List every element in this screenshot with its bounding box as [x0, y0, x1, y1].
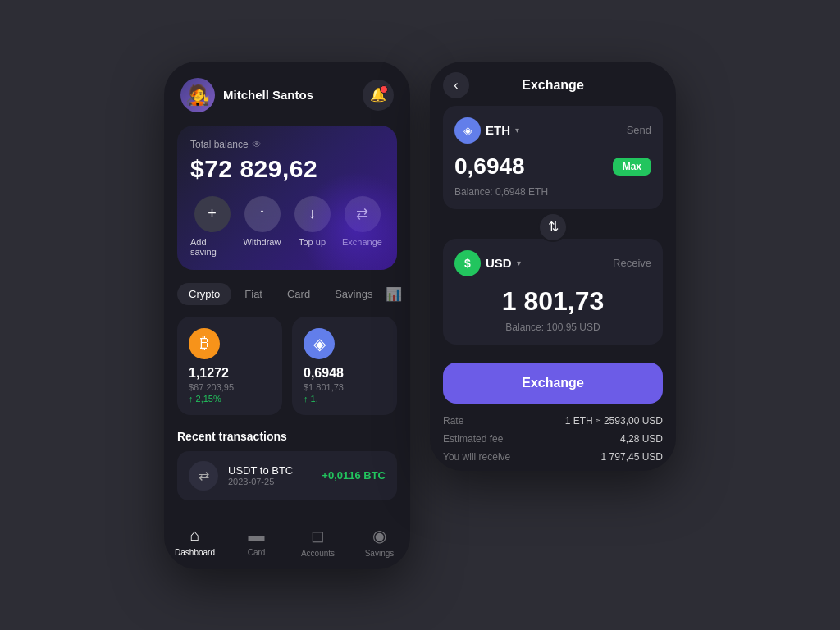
accounts-label: Accounts [301, 549, 335, 558]
accounts-icon: ◻ [311, 526, 325, 546]
receive-value: 1 797,45 USD [601, 451, 663, 463]
transaction-item[interactable]: ⇄ USDT to BTC 2023-07-25 +0,0116 BTC [177, 451, 397, 500]
savings-icon: ◉ [372, 526, 386, 546]
nav-card[interactable]: ▬ Card [226, 526, 287, 558]
exchange-submit-button[interactable]: Exchange [443, 363, 663, 404]
exchange-action-label: Exchange [342, 237, 382, 247]
top-up-icon: ↓ [294, 196, 331, 232]
tab-crypto[interactable]: Crypto [177, 283, 231, 305]
tab-fiat[interactable]: Fiat [233, 283, 274, 305]
card-icon: ▬ [249, 526, 265, 545]
eth-usd: $1 801,73 [304, 382, 386, 392]
chart-icon: 📊 [386, 286, 402, 302]
exchange-icon: ⇄ [345, 196, 381, 232]
eth-change: ↑ 1, [304, 394, 386, 404]
btc-change: ↑ 2,15% [189, 394, 271, 404]
eth-card[interactable]: ◈ 0,6948 $1 801,73 ↑ 1, [292, 317, 397, 415]
rate-key: Rate [443, 415, 463, 427]
avatar-emoji: 🧑‍🎤 [185, 84, 210, 107]
add-saving-button[interactable]: + Add saving [190, 196, 234, 257]
right-phone: ‹ Exchange ◈ ETH ▾ Send 0,6948 [430, 62, 676, 471]
tx-amount: +0,0116 BTC [322, 469, 386, 482]
from-amount: 0,6948 [454, 153, 525, 180]
receive-row: You will receive 1 797,45 USD [443, 451, 663, 463]
nav-savings[interactable]: ◉ Savings [349, 526, 410, 558]
bottom-nav: ⌂ Dashboard ▬ Card ◻ Accounts ◉ Savings [164, 514, 410, 561]
crypto-cards: ₿ 1,1272 $67 203,95 ↑ 2,15% ◈ 0,6948 $1 … [177, 317, 397, 415]
tab-savings[interactable]: Savings [323, 283, 384, 305]
balance-label: Total balance 👁 [190, 139, 384, 150]
dashboard-icon: ⌂ [189, 526, 199, 545]
fee-key: Estimated fee [443, 433, 503, 445]
nav-dashboard[interactable]: ⌂ Dashboard [164, 526, 226, 558]
to-currency-chevron: ▾ [517, 258, 521, 267]
left-phone: 🧑‍🎤 Mitchell Santos 🔔 Total balance 👁 $7… [164, 62, 410, 569]
dashboard-label: Dashboard [175, 548, 215, 557]
to-amount: 1 801,73 [454, 286, 651, 317]
swap-icon: ⇅ [548, 219, 559, 235]
rate-info: Rate 1 ETH ≈ 2593,00 USD Estimated fee 4… [443, 415, 663, 463]
swap-button[interactable]: ⇅ [538, 212, 568, 242]
user-header: 🧑‍🎤 Mitchell Santos 🔔 [177, 78, 397, 112]
top-up-button[interactable]: ↓ Top up [290, 196, 334, 257]
eth-icon: ◈ [304, 328, 335, 359]
to-currency-row: $ USD ▾ Receive [454, 250, 651, 276]
send-label: Send [627, 124, 651, 136]
top-up-label: Top up [299, 237, 326, 247]
tx-exchange-icon: ⇄ [189, 461, 218, 491]
receive-label: Receive [613, 257, 651, 269]
from-balance: Balance: 0,6948 ETH [454, 186, 651, 198]
from-currency-chevron: ▾ [515, 126, 519, 135]
exchange-action-button[interactable]: ⇄ Exchange [340, 196, 384, 257]
exchange-header: ‹ Exchange [443, 78, 663, 93]
eth-amount: 0,6948 [304, 366, 386, 381]
app-container: 🧑‍🎤 Mitchell Santos 🔔 Total balance 👁 $7… [164, 62, 676, 569]
tab-card[interactable]: Card [276, 283, 322, 305]
balance-section: Total balance 👁 $72 829,62 + Add saving … [177, 126, 397, 270]
to-balance: Balance: 100,95 USD [454, 322, 651, 333]
rate-row: Rate 1 ETH ≈ 2593,00 USD [443, 415, 663, 427]
to-currency-label: USD [486, 256, 512, 270]
tx-date: 2023-07-25 [228, 477, 312, 486]
back-button[interactable]: ‹ [443, 72, 469, 98]
withdraw-label: Withdraw [244, 237, 281, 247]
savings-label: Savings [365, 549, 395, 558]
to-currency-card: $ USD ▾ Receive 1 801,73 Balance: 100,95… [443, 239, 663, 345]
bell-icon: 🔔 [370, 87, 386, 103]
eye-icon: 👁 [252, 139, 262, 150]
from-currency-label: ETH [486, 123, 510, 137]
btc-usd: $67 203,95 [189, 382, 271, 392]
asset-tabs: Crypto Fiat Card Savings 📊 [177, 283, 397, 305]
transactions-title: Recent transactions [177, 430, 397, 443]
add-saving-label: Add saving [190, 237, 234, 257]
card-nav-label: Card [248, 548, 266, 557]
rate-value: 1 ETH ≈ 2593,00 USD [565, 415, 663, 427]
fee-value: 4,28 USD [620, 433, 663, 445]
from-currency-selector[interactable]: ◈ ETH ▾ [454, 117, 519, 144]
from-currency-row: ◈ ETH ▾ Send [454, 117, 651, 144]
btc-amount: 1,1272 [189, 366, 271, 381]
eth-currency-icon: ◈ [454, 117, 481, 144]
notification-bell-button[interactable]: 🔔 [363, 80, 394, 111]
withdraw-icon: ↑ [244, 196, 281, 232]
tx-info: USDT to BTC 2023-07-25 [228, 464, 312, 486]
nav-accounts[interactable]: ◻ Accounts [287, 526, 349, 558]
withdraw-button[interactable]: ↑ Withdraw [240, 196, 284, 257]
to-currency-selector[interactable]: $ USD ▾ [454, 250, 521, 276]
tx-name: USDT to BTC [228, 464, 312, 477]
user-name: Mitchell Santos [223, 88, 363, 102]
exchange-page-title: Exchange [522, 78, 584, 93]
fee-row: Estimated fee 4,28 USD [443, 433, 663, 445]
btc-card[interactable]: ₿ 1,1272 $67 203,95 ↑ 2,15% [177, 317, 282, 415]
action-buttons: + Add saving ↑ Withdraw ↓ Top up ⇄ Excha… [190, 196, 384, 257]
balance-amount: $72 829,62 [190, 155, 384, 183]
receive-key: You will receive [443, 451, 510, 463]
usd-currency-icon: $ [454, 250, 481, 276]
add-icon: + [194, 196, 231, 232]
from-currency-card: ◈ ETH ▾ Send 0,6948 Max Balance: 0,6948 … [443, 106, 663, 209]
btc-icon: ₿ [189, 328, 220, 359]
max-button[interactable]: Max [613, 158, 651, 176]
avatar: 🧑‍🎤 [180, 78, 215, 112]
